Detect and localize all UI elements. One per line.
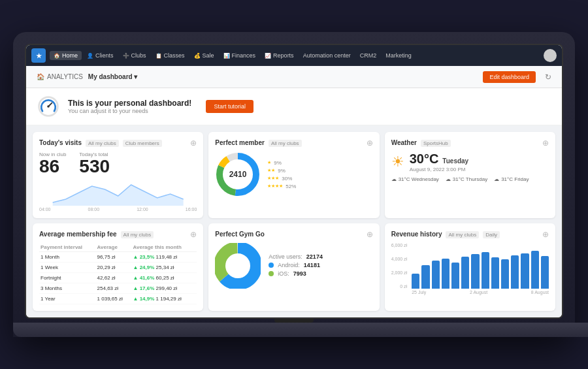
weather-card: Weather SportsHub ⊕ ☀ 30°C Tuesday Augus… <box>385 132 555 218</box>
sale-icon: 💰 <box>194 53 201 59</box>
bar <box>471 254 479 289</box>
bar <box>432 261 440 289</box>
gymgo-add-icon[interactable]: ⊕ <box>367 230 373 239</box>
todays-total-value: 530 <box>79 157 110 176</box>
nav-marketing[interactable]: Marketing <box>382 51 416 60</box>
app-logo[interactable]: ★ <box>31 48 46 63</box>
bar <box>491 257 499 289</box>
top-navigation: ★ 🏠 Home 👤 Clients ➕ Clubs 📋 Classes 💰 S… <box>26 45 562 66</box>
dashboard-grid: Today's visits All my clubs Club members… <box>26 125 562 317</box>
table-row: 1 Week 20,29 zł ▲ 24,9% 25,34 zł <box>39 263 197 273</box>
revenue-card: Revenue history All my clubs Daily ⊕ 6,0… <box>385 223 555 311</box>
visits-title: Today's visits <box>39 139 82 146</box>
visits-badge1: All my clubs <box>86 140 119 147</box>
revenue-bar-chart <box>412 243 549 289</box>
reports-icon: 📈 <box>265 53 271 59</box>
classes-icon: 📋 <box>155 53 162 59</box>
visits-chart <box>39 180 197 206</box>
clients-icon: 👤 <box>87 53 93 59</box>
perfect-member-donut: 2410 <box>215 152 261 197</box>
membership-add-icon[interactable]: ⊕ <box>190 230 197 239</box>
weather-title: Weather <box>391 139 417 146</box>
membership-card: Average membership fee All my clubs ⊕ Pa… <box>33 223 203 311</box>
sub-header: 🏠 ANALYTICS My dashboard ▾ Edit dashboar… <box>26 66 562 88</box>
svg-point-2 <box>47 105 50 108</box>
refresh-icon[interactable]: ↻ <box>545 72 551 82</box>
membership-badge: All my clubs <box>121 231 154 238</box>
gymgo-pie-chart <box>215 243 261 289</box>
user-avatar[interactable] <box>544 49 557 62</box>
bar <box>511 255 519 289</box>
revenue-badge1: All my clubs <box>446 231 479 238</box>
weather-badge: SportsHub <box>421 140 451 147</box>
bar <box>521 253 529 289</box>
bar <box>531 251 539 289</box>
start-tutorial-button[interactable]: Start tutorial <box>206 100 253 113</box>
ios-dot <box>269 271 274 276</box>
perfect-member-badge: All my clubs <box>269 140 302 147</box>
bar <box>412 274 419 289</box>
speedometer-icon <box>37 95 60 118</box>
welcome-banner: This is your personal dashboard! You can… <box>26 88 562 125</box>
perfect-member-add-icon[interactable]: ⊕ <box>367 138 373 148</box>
now-in-club-value: 86 <box>39 157 66 176</box>
table-row: Fortnight 42,62 zł ▲ 41,6% 60,25 zł <box>39 273 197 283</box>
bar <box>541 256 549 289</box>
bar <box>501 259 509 289</box>
revenue-add-icon[interactable]: ⊕ <box>542 230 549 239</box>
gymgo-title: Perfect Gym Go <box>215 231 265 238</box>
weather-date: August 9, 2022 3:00 PM <box>410 167 469 172</box>
membership-table: Payment interval Average Average this mo… <box>39 243 197 304</box>
weather-day: Tuesday <box>442 157 468 165</box>
visits-chart-labels: 04:00 08:00 12:00 16:00 <box>39 207 197 212</box>
cloud-icon: ☁ <box>391 176 397 182</box>
nav-finances[interactable]: 📊 Finances <box>220 51 260 60</box>
analytics-label: 🏠 ANALYTICS <box>37 73 83 80</box>
nav-crm2[interactable]: CRM2 <box>356 51 381 60</box>
bar <box>482 252 489 289</box>
visits-badge2: Club members <box>123 140 162 147</box>
revenue-badge2: Daily <box>483 231 500 238</box>
revenue-x-axis: 25 July 2 August 8 August <box>412 290 549 295</box>
sun-icon: ☀ <box>391 153 404 170</box>
cloud-icon-thu: ☁ <box>446 176 451 182</box>
dashboard-label[interactable]: My dashboard ▾ <box>88 73 137 80</box>
weather-temp: 30°C <box>410 152 439 167</box>
clubs-icon: ➕ <box>123 53 129 59</box>
revenue-title: Revenue history <box>391 231 442 238</box>
nav-reports[interactable]: 📈 Reports <box>261 51 298 60</box>
weather-forecast: ☁ 31°C Wednesday ☁ 31°C Thursday ☁ 31°C … <box>391 176 549 182</box>
nav-classes[interactable]: 📋 Classes <box>152 51 189 60</box>
visits-card: Today's visits All my clubs Club members… <box>33 132 203 218</box>
membership-title: Average membership fee <box>39 231 117 238</box>
table-row: 3 Months 254,63 zł ▲ 17,6% 299,40 zł <box>39 283 197 294</box>
welcome-text: This is your personal dashboard! You can… <box>68 99 191 114</box>
finances-icon: 📊 <box>223 53 230 59</box>
svg-text:2410: 2410 <box>229 170 247 179</box>
weather-add-icon[interactable]: ⊕ <box>542 138 549 148</box>
bar <box>442 259 449 289</box>
bar <box>461 257 469 289</box>
nav-home[interactable]: 🏠 Home <box>50 51 82 60</box>
android-dot <box>269 263 274 268</box>
perfect-member-legend: ★ 9% ★★ 9% ★★★ 30% ★★★★ <box>267 160 296 189</box>
visits-add-icon[interactable]: ⊕ <box>190 138 197 148</box>
gymgo-card: Perfect Gym Go ⊕ Active users: 22174 <box>208 223 379 311</box>
edit-dashboard-button[interactable]: Edit dashboard <box>483 71 536 83</box>
perfect-member-card: Perfect member All my clubs ⊕ 2410 <box>208 132 379 218</box>
table-row: 1 Year 1 039,65 zł ▲ 14,9% 1 194,29 zł <box>39 294 197 304</box>
nav-automation[interactable]: Automation center <box>299 51 355 60</box>
gymgo-stats: Active users: 22174 Android: 14181 iOS: … <box>269 253 323 279</box>
home-icon: 🏠 <box>54 53 60 59</box>
bar <box>421 265 429 289</box>
cloud-icon-fri: ☁ <box>494 176 499 182</box>
table-row: 1 Month 96,75 zł ▲ 23,5% 119,48 zł <box>39 252 197 263</box>
bar <box>451 263 459 289</box>
nav-clients[interactable]: 👤 Clients <box>83 51 118 60</box>
nav-clubs[interactable]: ➕ Clubs <box>119 51 150 60</box>
nav-sale[interactable]: 💰 Sale <box>190 51 218 60</box>
perfect-member-title: Perfect member <box>215 139 265 146</box>
revenue-y-axis: 6,000 zł 4,000 zł 2,000 zł 0 zł <box>391 243 410 289</box>
